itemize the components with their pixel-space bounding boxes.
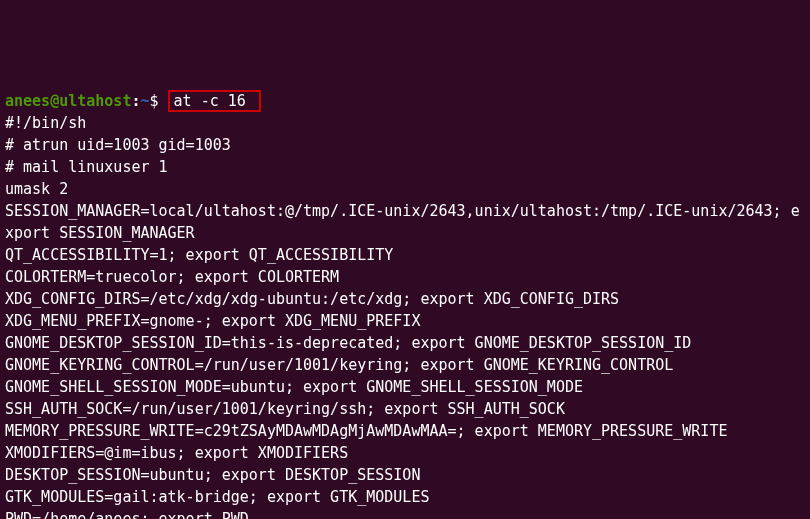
output-line: # mail linuxuser 1: [5, 158, 168, 176]
output-line: umask 2: [5, 180, 68, 198]
output-line: MEMORY_PRESSURE_WRITE=c29tZSAyMDAwMDAgMj…: [5, 422, 727, 440]
command-text: at -c 16: [174, 92, 246, 110]
output-line: GNOME_SHELL_SESSION_MODE=ubuntu; export …: [5, 378, 583, 396]
output-line: DESKTOP_SESSION=ubuntu; export DESKTOP_S…: [5, 466, 420, 484]
output-line: # atrun uid=1003 gid=1003: [5, 136, 231, 154]
prompt-dollar: $: [150, 92, 159, 110]
output-line: SESSION_MANAGER=local/ultahost:@/tmp/.IC…: [5, 202, 800, 242]
output-line: GTK_MODULES=gail:atk-bridge; export GTK_…: [5, 488, 429, 506]
terminal-content[interactable]: anees@ultahost:~$ at -c 16 #!/bin/sh # a…: [5, 90, 805, 519]
output-line: #!/bin/sh: [5, 114, 86, 132]
output-line: PWD=/home/anees; export PWD: [5, 510, 249, 519]
output-line: GNOME_KEYRING_CONTROL=/run/user/1001/key…: [5, 356, 673, 374]
output-line: XDG_CONFIG_DIRS=/etc/xdg/xdg-ubuntu:/etc…: [5, 290, 619, 308]
output-line: COLORTERM=truecolor; export COLORTERM: [5, 268, 339, 286]
output-line: GNOME_DESKTOP_SESSION_ID=this-is-depreca…: [5, 334, 691, 352]
prompt-line: anees@ultahost:~$ at -c 16: [5, 92, 261, 110]
output-line: XDG_MENU_PREFIX=gnome-; export XDG_MENU_…: [5, 312, 420, 330]
command-highlight: at -c 16: [168, 90, 261, 112]
output-line: XMODIFIERS=@im=ibus; export XMODIFIERS: [5, 444, 348, 462]
prompt-path: ~: [140, 92, 149, 110]
output-line: QT_ACCESSIBILITY=1; export QT_ACCESSIBIL…: [5, 246, 393, 264]
prompt-user-host: anees@ultahost: [5, 92, 131, 110]
output-line: SSH_AUTH_SOCK=/run/user/1001/keyring/ssh…: [5, 400, 565, 418]
